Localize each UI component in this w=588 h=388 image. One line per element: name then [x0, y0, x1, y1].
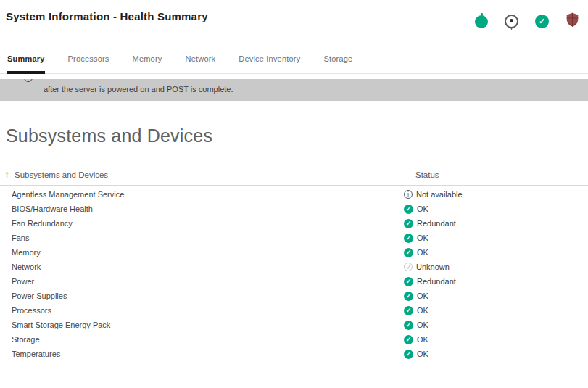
- status-cell: ✓ OK: [404, 306, 428, 315]
- status-cell: ? Unknown: [404, 263, 450, 271]
- check-circle-icon: ✓: [404, 335, 413, 344]
- status-label: Not available: [416, 190, 463, 199]
- health-status-icon[interactable]: ✓: [535, 15, 549, 28]
- status-label: Redundant: [417, 219, 456, 228]
- status-cell: ✓ Redundant: [404, 277, 456, 286]
- table-row[interactable]: BIOS/Hardware Health ✓ OK: [0, 202, 588, 216]
- status-label: OK: [417, 321, 428, 329]
- subsystem-name: Storage: [0, 335, 404, 344]
- check-circle-icon: ✓: [404, 219, 413, 228]
- banner-message: after the server is powered on and POST …: [44, 85, 233, 94]
- tab-storage[interactable]: Storage: [323, 54, 352, 74]
- info-banner: after the server is powered on and POST …: [0, 79, 588, 101]
- check-circle-icon: ✓: [404, 277, 413, 286]
- tab-processors[interactable]: Processors: [68, 54, 109, 74]
- tab-bar: SummaryProcessorsMemoryNetworkDevice Inv…: [0, 54, 588, 74]
- status-label: OK: [417, 248, 428, 257]
- tab-memory[interactable]: Memory: [133, 54, 162, 74]
- status-cell: ✓ OK: [404, 335, 428, 344]
- status-cell: ✓ OK: [404, 321, 428, 330]
- check-circle-icon: ✓: [404, 205, 413, 214]
- tab-device-inventory[interactable]: Device Inventory: [239, 54, 300, 74]
- table-header-row: ↑ Subsystems and Devices Status: [0, 164, 588, 186]
- subsystem-name: Processors: [0, 306, 404, 315]
- subsystem-name: Network: [0, 263, 404, 271]
- status-cell: ✓ OK: [404, 350, 428, 359]
- tab-network[interactable]: Network: [186, 54, 216, 74]
- check-circle-icon: ✓: [404, 321, 413, 330]
- question-circle-icon: ?: [404, 263, 413, 271]
- table-row[interactable]: Fan Redundancy ✓ Redundant: [0, 216, 588, 231]
- status-cell: ✓ OK: [404, 205, 428, 214]
- status-label: OK: [417, 306, 428, 315]
- subsystem-name: Power: [0, 277, 404, 286]
- subsystems-table: ↑ Subsystems and Devices Status Agentles…: [0, 164, 588, 361]
- uid-indicator-icon[interactable]: [505, 15, 518, 28]
- column-header-status[interactable]: Status: [415, 170, 439, 179]
- status-cell: ✓ OK: [404, 292, 428, 301]
- page-header: System Information - Health Summary ✓: [0, 0, 588, 30]
- table-row[interactable]: Smart Storage Energy Pack ✓ OK: [0, 318, 588, 332]
- table-row[interactable]: Agentless Management Service i Not avail…: [0, 187, 588, 202]
- page-title: System Information - Health Summary: [6, 10, 208, 22]
- status-label: OK: [417, 335, 428, 344]
- security-status-icon[interactable]: [566, 12, 579, 30]
- check-circle-icon: ✓: [404, 292, 413, 301]
- subsystem-name: Fan Redundancy: [0, 219, 404, 228]
- power-status-icon[interactable]: [475, 15, 488, 28]
- status-cell: i Not available: [404, 190, 463, 199]
- status-cell: ✓ OK: [404, 248, 428, 257]
- subsystem-name: Memory: [0, 248, 404, 257]
- status-cell: ✓ OK: [404, 234, 428, 243]
- health-summary-page: System Information - Health Summary ✓ Su…: [0, 0, 588, 388]
- table-row[interactable]: Network ? Unknown: [0, 260, 588, 274]
- table-row[interactable]: Processors ✓ OK: [0, 303, 588, 318]
- check-circle-icon: ✓: [404, 248, 413, 257]
- table-row[interactable]: Temperatures ✓ OK: [0, 347, 588, 361]
- status-label: OK: [417, 292, 428, 300]
- status-label: OK: [417, 350, 428, 358]
- table-body: Agentless Management Service i Not avail…: [0, 186, 588, 361]
- status-icon-bar: ✓: [475, 12, 579, 30]
- subsystem-name: BIOS/Hardware Health: [0, 205, 404, 213]
- info-circle-icon: i: [404, 190, 413, 199]
- check-circle-icon: ✓: [404, 350, 413, 359]
- status-label: Unknown: [416, 263, 450, 271]
- tab-summary[interactable]: Summary: [7, 54, 45, 74]
- info-icon: [24, 79, 33, 82]
- subsystem-name: Power Supplies: [0, 292, 404, 300]
- subsystem-name: Agentless Management Service: [0, 190, 404, 199]
- table-row[interactable]: Power Supplies ✓ OK: [0, 289, 588, 303]
- status-label: Redundant: [417, 277, 456, 286]
- status-label: OK: [417, 205, 428, 213]
- subsystem-name: Smart Storage Energy Pack: [0, 321, 404, 329]
- column-header-subsystems[interactable]: Subsystems and Devices: [15, 170, 108, 179]
- status-label: OK: [417, 234, 428, 242]
- table-row[interactable]: Power ✓ Redundant: [0, 274, 588, 289]
- table-row[interactable]: Fans ✓ OK: [0, 231, 588, 245]
- subsystem-name: Temperatures: [0, 350, 404, 358]
- check-circle-icon: ✓: [404, 306, 413, 315]
- table-row[interactable]: Memory ✓ OK: [0, 245, 588, 260]
- check-circle-icon: ✓: [404, 234, 413, 243]
- subsystem-name: Fans: [0, 234, 404, 242]
- table-row[interactable]: Storage ✓ OK: [0, 332, 588, 347]
- sort-ascending-icon[interactable]: ↑: [4, 168, 9, 180]
- section-heading: Subsystems and Devices: [6, 125, 588, 146]
- status-cell: ✓ Redundant: [404, 219, 456, 228]
